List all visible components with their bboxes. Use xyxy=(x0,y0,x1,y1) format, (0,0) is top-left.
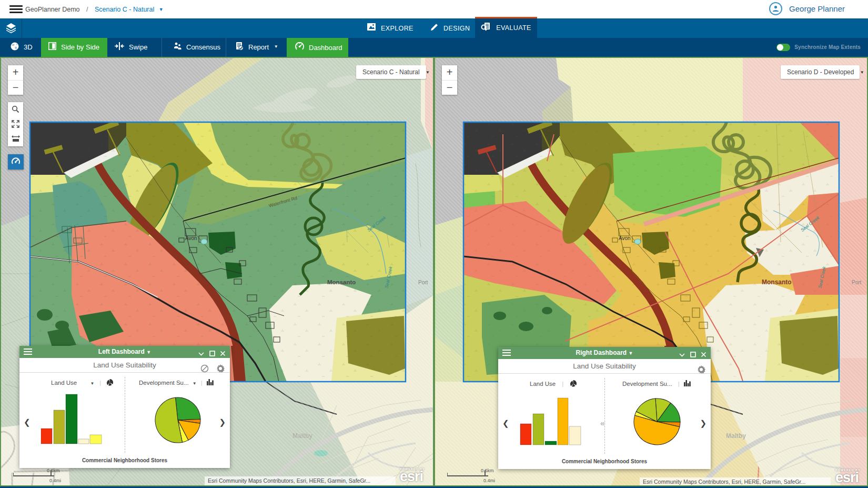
svg-text:Avon: Avon xyxy=(619,235,631,241)
svg-text:Monsanto: Monsanto xyxy=(327,279,356,285)
svg-text:Monsanto: Monsanto xyxy=(762,278,792,286)
svg-text:Port: Port xyxy=(418,280,428,285)
svg-text:Avon: Avon xyxy=(185,235,197,241)
svg-text:Port: Port xyxy=(852,280,862,285)
